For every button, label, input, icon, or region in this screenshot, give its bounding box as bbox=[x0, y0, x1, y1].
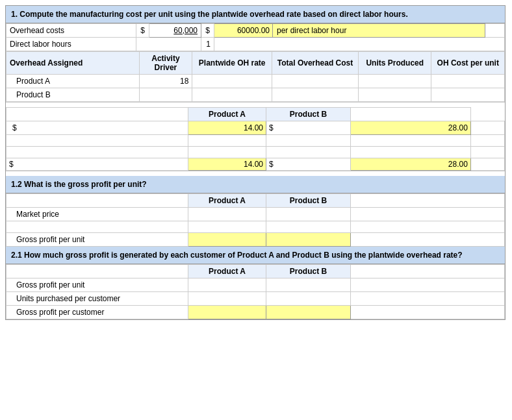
product-a-ohcost[interactable] bbox=[431, 75, 505, 88]
product-a-label: Product A bbox=[6, 75, 140, 88]
units-purchased-row: Units purchased per customer bbox=[6, 292, 505, 306]
table-row: Product B bbox=[6, 88, 505, 102]
product-a-plantwide[interactable] bbox=[192, 75, 272, 88]
overhead-costs-value: 60,000 bbox=[149, 24, 201, 38]
values-row-2: $ 14.00 $ 28.00 bbox=[6, 158, 505, 171]
market-price-a[interactable] bbox=[188, 208, 266, 221]
blank-row-1 bbox=[6, 135, 505, 147]
empty-spacer bbox=[6, 108, 188, 121]
units-purchased-label: Units purchased per customer bbox=[6, 292, 188, 306]
empty-label-1: $ bbox=[6, 121, 188, 135]
market-price-label: Market price bbox=[6, 208, 188, 221]
market-price-b[interactable] bbox=[266, 208, 351, 221]
units-purchased-b[interactable] bbox=[266, 292, 351, 306]
gross-profit-customer-b[interactable] bbox=[266, 306, 351, 319]
gross-profit-unit-label: Gross profit per unit bbox=[6, 233, 188, 247]
direct-labor-label: Direct labor hours bbox=[6, 38, 136, 51]
empty-cell-2 bbox=[214, 38, 505, 51]
product-b-ohcost[interactable] bbox=[431, 88, 505, 102]
section12-product-a: Product A bbox=[188, 194, 266, 208]
units-purchased-a[interactable] bbox=[188, 292, 266, 306]
product-a-total[interactable] bbox=[272, 75, 359, 88]
dollar-sign-2: $ bbox=[201, 24, 214, 38]
col-header-plantwide: Plantwide OH rate bbox=[192, 52, 272, 75]
col-header-activity: Activity Driver bbox=[139, 52, 192, 75]
empty-right-2 bbox=[470, 158, 504, 171]
product-a-driver[interactable]: 18 bbox=[139, 75, 192, 88]
dollar-sign-1: $ bbox=[136, 24, 149, 38]
market-price-row: Market price bbox=[6, 208, 505, 221]
empty-right-1 bbox=[470, 121, 504, 135]
section21-gp-unit-b[interactable] bbox=[266, 278, 351, 292]
col-header-total: Total Overhead Cost bbox=[272, 52, 359, 75]
empty-cell-1 bbox=[485, 24, 505, 38]
product-a-col-header: Product A bbox=[188, 108, 266, 121]
section21-gp-unit-label: Gross profit per unit bbox=[6, 278, 188, 292]
col-header-units: Units Produced bbox=[359, 52, 431, 75]
gross-profit-customer-a[interactable] bbox=[188, 306, 266, 319]
section1-header: 1. Compute the manufacturing cost per un… bbox=[6, 6, 505, 23]
product-b-col-header: Product B bbox=[266, 108, 351, 121]
product-b-plantwide[interactable] bbox=[192, 88, 272, 102]
section12-header: 1.2 What is the gross profit per unit? bbox=[6, 176, 505, 193]
overhead-costs-label: Overhead costs bbox=[6, 24, 136, 38]
section21-product-b: Product B bbox=[266, 265, 351, 278]
product-b-driver[interactable] bbox=[139, 88, 192, 102]
gross-profit-customer-row: Gross profit per customer bbox=[6, 306, 505, 319]
product-a-units[interactable] bbox=[359, 75, 431, 88]
product-a-val-1[interactable]: 14.00 bbox=[188, 121, 266, 135]
section12-product-b: Product B bbox=[266, 194, 351, 208]
per-direct-labor-label: per direct labor hour bbox=[273, 24, 485, 38]
direct-labor-value: 1 bbox=[201, 38, 214, 51]
section21-product-a: Product A bbox=[188, 265, 266, 278]
product-b-val-1[interactable]: 28.00 bbox=[351, 121, 471, 135]
product-headers-row: Product A Product B bbox=[6, 108, 505, 121]
product-b-total[interactable] bbox=[272, 88, 359, 102]
gross-profit-unit-b[interactable] bbox=[266, 233, 351, 247]
gross-profit-customer-label: Gross profit per customer bbox=[6, 306, 188, 319]
blank-row-2 bbox=[6, 147, 505, 158]
blank-row-3 bbox=[6, 221, 505, 233]
section12-header-row: Product A Product B bbox=[6, 194, 505, 208]
section21-header: 2.1 How much gross profit is generated b… bbox=[6, 247, 505, 264]
empty-cell-right bbox=[351, 108, 471, 121]
gross-profit-unit-row: Gross profit per unit bbox=[6, 233, 505, 247]
values-row-1: $ 14.00 $ 28.00 bbox=[6, 121, 505, 135]
product-b-val-2[interactable]: 28.00 bbox=[351, 158, 471, 171]
section21-gp-unit-row: Gross profit per unit bbox=[6, 278, 505, 292]
dollar-spacer-2: $ bbox=[6, 158, 188, 171]
col-header-overhead: Overhead Assigned bbox=[6, 52, 140, 75]
col-header-ohcost: OH Cost per unit bbox=[431, 52, 505, 75]
product-b-label: Product B bbox=[6, 88, 140, 102]
overhead-costs-input[interactable]: 60000.00 bbox=[214, 24, 273, 38]
gross-profit-unit-a[interactable] bbox=[188, 233, 266, 247]
table-row: Product A 18 bbox=[6, 75, 505, 88]
product-b-units[interactable] bbox=[359, 88, 431, 102]
section21-gp-unit-a[interactable] bbox=[188, 278, 266, 292]
direct-labor-value-cell bbox=[136, 38, 201, 51]
product-a-val-2[interactable]: 14.00 bbox=[188, 158, 266, 171]
section21-header-row: Product A Product B bbox=[6, 265, 505, 278]
